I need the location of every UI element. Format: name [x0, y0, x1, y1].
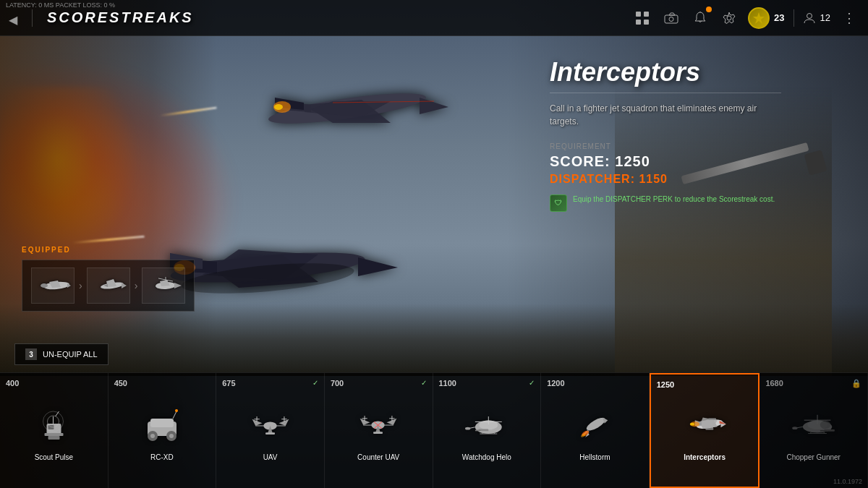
camera-icon[interactable] [661, 8, 681, 28]
slot3-icon [145, 271, 182, 300]
dispatcher-requirement: DISPATCHER: 1150 [550, 173, 781, 186]
svg-rect-51 [150, 419, 174, 427]
hellstorm-icon [569, 400, 620, 450]
gear-svg [723, 12, 736, 25]
version-info: 11.0.1972 [833, 478, 862, 485]
svg-marker-24 [669, 13, 675, 15]
streak-item-watchdog-helo[interactable]: 1100 ✓ Watchdog Helo [433, 373, 542, 488]
rank-svg [752, 11, 766, 25]
slot2-icon [90, 271, 127, 300]
more-options-icon[interactable]: ⋮ [839, 8, 859, 28]
equipped-slot-3[interactable] [142, 267, 185, 304]
detail-description: Call in a fighter jet squadron that elim… [550, 102, 781, 128]
chopper-gunner-lock-icon: 🔒 [851, 379, 861, 388]
hud-left: LATENCY: 0 MS PACKET LOSS: 0 % ◀ SCOREST… [9, 9, 194, 27]
hellstorm-svg [573, 406, 616, 445]
svg-point-53 [150, 434, 155, 438]
chopper-gunner-cost: 1680 [765, 379, 783, 388]
dispatcher-note: 🛡 Equip the DISPATCHER PERK to reduce th… [550, 194, 781, 212]
svg-rect-49 [48, 436, 60, 440]
divider-title [32, 9, 33, 27]
svg-rect-106 [705, 428, 713, 429]
hellstorm-name: Hellstorm [579, 453, 610, 461]
interceptors-svg [683, 406, 726, 445]
uav-name: UAV [263, 453, 278, 461]
svg-rect-19 [644, 12, 649, 17]
counter-uav-icon [353, 400, 404, 450]
chopper-gunner-icon [788, 400, 839, 450]
rc-xd-svg [140, 406, 184, 445]
svg-rect-18 [636, 12, 641, 17]
scout-pulse-svg [32, 406, 75, 445]
unequip-count: 3 [25, 348, 37, 360]
rank-badge [748, 7, 770, 29]
score-requirement: SCORE: 1250 [550, 153, 781, 170]
interceptors-name: Interceptors [684, 453, 726, 461]
streak-item-interceptors[interactable]: 1250 Interceptors [650, 373, 760, 488]
svg-point-32 [41, 283, 48, 288]
slot-arrow-1: › [79, 280, 82, 291]
notification-icon[interactable] [690, 8, 710, 28]
svg-marker-10 [358, 257, 398, 276]
svg-point-55 [169, 434, 174, 438]
player-count: 12 [803, 12, 830, 25]
detail-title: Interceptors [550, 58, 781, 87]
settings-icon[interactable] [719, 8, 739, 28]
requirement-label: Requirement [550, 142, 781, 150]
streak-item-uav[interactable]: 675 ✓ UAV [216, 373, 325, 488]
player-count-number: 12 [820, 12, 830, 23]
camera-svg [664, 12, 678, 24]
streak-item-rc-xd[interactable]: 450 RC-XD [109, 373, 217, 488]
watchdog-helo-name: Watchdog Helo [462, 453, 511, 461]
counter-uav-name: Counter UAV [357, 453, 399, 461]
grid-svg [636, 12, 649, 25]
svg-marker-35 [106, 279, 116, 287]
screen-title: SCORESTREAKS [47, 9, 194, 26]
svg-point-57 [175, 409, 178, 412]
counter-uav-cost: 700 [331, 379, 344, 388]
svg-point-23 [669, 17, 673, 21]
svg-marker-34 [122, 283, 127, 288]
hellstorm-cost: 1200 [547, 379, 564, 388]
unequip-all-button[interactable]: 3 UN-EQUIP ALL [14, 343, 109, 365]
streak-item-scout-pulse[interactable]: 400 Scout Pulse [0, 373, 109, 488]
counter-uav-checkmark: ✓ [421, 379, 427, 387]
bell-svg [694, 12, 706, 25]
detail-divider [550, 93, 781, 93]
uav-svg [249, 406, 292, 445]
svg-point-111 [792, 427, 797, 429]
menu-grid-icon[interactable] [632, 8, 652, 28]
svg-point-28 [807, 13, 812, 18]
top-hud: LATENCY: 0 MS PACKET LOSS: 0 % ◀ SCOREST… [0, 0, 868, 36]
streak-item-chopper-gunner[interactable]: 1680 🔒 [760, 373, 868, 488]
svg-marker-27 [753, 12, 765, 24]
chopper-gunner-svg [792, 406, 835, 445]
latency-display: LATENCY: 0 MS PACKET LOSS: 0 % [6, 1, 115, 9]
svg-rect-73 [373, 432, 383, 434]
equipped-slot-2[interactable] [87, 267, 130, 304]
scout-pulse-name: Scout Pulse [35, 453, 73, 461]
svg-rect-119 [820, 429, 826, 431]
uav-icon [245, 400, 296, 450]
dispatcher-note-text: Equip the DISPATCHER PERK to reduce the … [573, 194, 775, 205]
svg-rect-20 [636, 20, 641, 25]
svg-point-26 [727, 16, 731, 20]
svg-point-83 [465, 427, 470, 429]
counter-uav-svg [357, 406, 400, 445]
equipped-section: EQUIPPED › › [22, 246, 195, 312]
equipped-label: EQUIPPED [22, 246, 195, 254]
svg-rect-107 [708, 418, 716, 419]
streak-item-counter-uav[interactable]: 700 ✓ Counter UAV [325, 373, 433, 488]
detail-panel: Interceptors Call in a fighter jet squad… [550, 58, 781, 212]
streak-item-hellstorm[interactable]: 1200 Hellstorm [541, 373, 650, 488]
svg-line-56 [173, 411, 176, 419]
interceptors-cost: 1250 [657, 380, 674, 389]
scout-pulse-cost: 400 [6, 379, 19, 388]
player-level: 23 [748, 7, 784, 29]
equipped-slot-1[interactable] [31, 267, 75, 304]
back-button[interactable]: ◀ [9, 13, 17, 27]
jet-svg-1 [217, 58, 448, 166]
watchdog-helo-cost: 1100 [439, 379, 456, 388]
hud-right: 23 12 ⋮ [632, 7, 859, 29]
interceptors-icon [679, 400, 730, 450]
